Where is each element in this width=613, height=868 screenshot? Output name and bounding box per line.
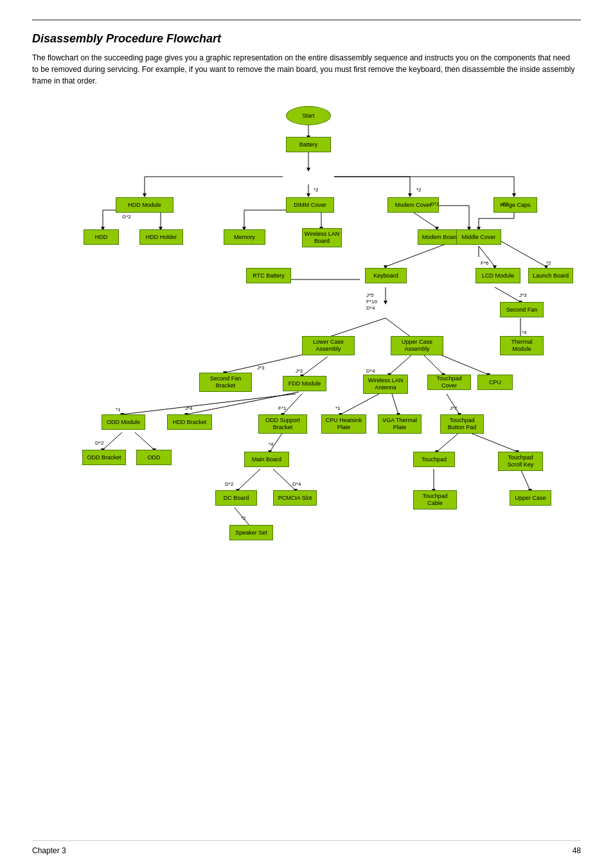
odd-module-node: ODD Module [102,414,145,430]
rtc-battery-node: RTC Battery [246,268,291,283]
cpu-heatsink-plate-node: CPU Heatsink Plate [321,414,366,434]
svg-line-51 [328,318,386,337]
svg-line-79 [135,432,154,450]
label-star1-odd: *1 [116,407,121,412]
label-j5: J*5 [366,292,374,298]
dc-board-node: DC Board [215,490,257,506]
page-number: 48 [573,846,581,855]
wireless-lan-board-node: Wireless LAN Board [302,228,342,247]
label-star2-dimm: *2 [314,187,319,193]
label-j7: J*7 [450,405,458,411]
second-fan-node: Second Fan [500,302,544,317]
pcmcia-slot-node: PCMCIA Slot [273,490,317,506]
svg-line-83 [437,432,459,452]
keyboard-node: Keyboard [365,268,407,283]
flowchart: Start Battery *2 *2 HDD Module DIMM Cove… [32,100,585,774]
svg-line-75 [447,394,459,414]
hdd-node: HDD [84,229,119,245]
label-d4-2: D*4 [366,368,375,374]
label-star4-main: *4 [269,441,274,447]
svg-line-87 [238,469,260,490]
vga-thermal-plate-node: VGA Thermal Plate [378,414,422,434]
hdd-bracket-node: HDD Bracket [167,414,212,430]
svg-line-53 [386,318,411,337]
svg-line-27 [410,210,437,228]
svg-marker-46 [384,301,387,305]
label-g2: G*2 [122,214,131,220]
label-f6: F*6 [481,260,488,266]
label-j2-hinge: J*2 [501,201,509,207]
speaker-set-node: Speaker Set [229,525,273,540]
svg-line-59 [389,355,411,375]
svg-line-93 [520,469,530,490]
upper-case-node: Upper Case [510,490,551,506]
fdd-module-node: FDD Module [283,376,326,391]
label-d4-1: D*4 [366,305,375,311]
svg-line-61 [424,355,443,375]
label-star4-thermal: *4 [522,330,527,335]
page-description: The flowchart on the succeeding page giv… [32,52,578,87]
label-star2-speaker: *2 [241,515,246,521]
launch-board-node: Launch Board [528,268,573,283]
thermal-module-node: Thermal Module [500,336,544,355]
memory-node: Memory [224,229,265,245]
svg-line-77 [103,432,122,450]
svg-marker-3 [306,168,310,172]
svg-line-69 [283,394,302,414]
svg-line-47 [495,287,520,302]
cpu-node: CPU [477,375,513,390]
hinge-caps-node: Hinge Caps [493,197,537,213]
middle-cover-node: Middle Cover [456,229,501,245]
odd-support-bracket-node: ODD Support Bracket [258,414,307,434]
start-node: Start [286,106,331,125]
svg-line-63 [437,353,488,375]
touchpad-scroll-key-node: Touchpad Scroll Key [498,452,543,471]
label-d2-dc: D*2 [225,481,233,487]
odd-node: ODD [136,450,172,465]
svg-line-85 [469,432,517,452]
svg-line-57 [302,357,328,376]
label-f1: F*1 [278,405,286,411]
lcd-module-node: LCD Module [475,268,520,283]
label-j4-hdd: J*4 [185,405,193,411]
hdd-holder-node: HDD Holder [139,229,183,245]
svg-line-71 [341,394,379,414]
touchpad-node: Touchpad [413,452,455,467]
label-star2-launch: *2 [546,260,551,266]
svg-line-73 [392,394,398,414]
hdd-module-node: HDD Module [116,197,173,213]
page-title: Disassembly Procedure Flowchart [32,32,581,46]
svg-line-41 [495,238,546,267]
label-star2-modem: *2 [416,187,422,193]
touchpad-button-pad-node: Touchpad Button Pad [440,414,484,434]
main-board-node: Main Board [244,452,289,467]
label-j2-2: J*2 [296,368,303,374]
svg-line-65 [122,394,296,414]
label-d2-modem: D*2 [431,201,439,207]
page-footer: Chapter 3 48 [32,840,581,855]
dimm-cover-node: DIMM Cover [286,197,334,213]
wireless-lan-antenna-node: Wireless LAN Antenna [363,375,408,394]
second-fan-bracket-node: Second Fan Bracket [199,373,252,392]
label-d4-pcmcia: D*4 [292,481,301,487]
odd-bracket-node: ODD Bracket [82,450,126,465]
label-d2-odd: D*2 [95,440,103,446]
label-star1-cpu: *1 [335,405,341,411]
lower-case-assembly-node: Lower Case Assembly [302,336,355,355]
touchpad-cable-node: Touchpad Cable [413,490,457,509]
upper-case-assembly-node: Upper Case Assembly [391,336,443,355]
label-j3-second-fan: J*3 [519,292,527,298]
svg-line-89 [273,469,296,490]
label-j3-2: J*3 [257,365,265,371]
battery-node: Battery [286,137,331,152]
label-f10: F*10 [366,299,377,305]
chapter-label: Chapter 3 [32,846,66,855]
touchpad-cover-node: Touchpad Cover [427,375,471,390]
